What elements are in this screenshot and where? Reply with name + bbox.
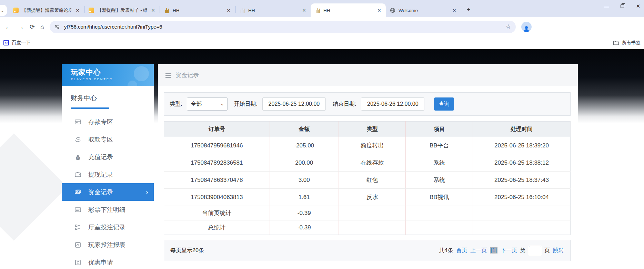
all-bookmarks-label[interactable]: 所有书签	[622, 40, 641, 46]
reload-icon[interactable]: ⟳	[30, 24, 35, 30]
type: 在线存款	[339, 154, 406, 172]
sidebar-item-hall-bets[interactable]: 厅室投注记录	[62, 218, 154, 236]
tab-hh-1[interactable]: HH ✕	[160, 3, 235, 17]
player-center-sidebar: 玩家中心 PLAYERS CENTER 财务中心 存款专区 取款专区 ¥ 充值记…	[62, 64, 154, 269]
sidebar-item-label: 厅室投注记录	[88, 223, 125, 231]
sidebar-item-withdraw[interactable]: 取款专区	[62, 131, 154, 148]
tab-search-button[interactable]: ⌄	[0, 5, 7, 16]
end-date-input[interactable]	[361, 97, 424, 111]
hh-favicon	[164, 8, 170, 13]
sidebar-item-promo-apply[interactable]: 优惠申请	[62, 254, 154, 269]
page-content: 玩家中心 PLAYERS CENTER 财务中心 存款专区 取款专区 ¥ 充值记…	[0, 49, 644, 269]
address-bar[interactable]: yl756.com/hhcp/usercenter.html?iniType=6…	[50, 21, 516, 33]
sidebar-subtitle: PLAYERS CENTER	[71, 77, 154, 81]
stats-amount: -0.39	[270, 220, 339, 235]
next-page-link[interactable]: 下一页	[501, 247, 517, 254]
amount: 3.00	[270, 172, 339, 189]
sidebar-header: 玩家中心 PLAYERS CENTER	[62, 64, 154, 86]
type-select[interactable]: 全部 ⌄	[187, 97, 228, 111]
fund-records-table: 订单号 金额 类型 项目 处理时间 1750847959681946 -205.…	[164, 121, 571, 235]
section-underline	[71, 108, 154, 108]
tab-title: HH	[248, 8, 298, 13]
type-label: 类型:	[170, 101, 182, 108]
tab-close-icon[interactable]: ✕	[301, 7, 307, 13]
site-settings-icon[interactable]	[54, 24, 60, 30]
tab-forum-1[interactable]: 【新提醒】海燕策略论坛综 ✕	[9, 3, 84, 17]
amount: 200.00	[270, 154, 339, 172]
pagination-bar: 每页显示20条 共4条 首页 上一页 [1] 下一页 第 页 跳转	[164, 240, 571, 261]
start-date-input[interactable]	[262, 97, 326, 111]
prev-page-link[interactable]: 上一页	[470, 247, 487, 254]
back-icon[interactable]: ←	[5, 23, 12, 30]
folder-icon	[613, 40, 619, 45]
tab-close-icon[interactable]: ✕	[150, 7, 156, 13]
table-row: 1750847959681946 -205.00 额度转出 BB平台 2025-…	[164, 137, 571, 154]
sidebar-item-label: 取款专区	[88, 135, 113, 144]
tab-title: HH	[173, 8, 222, 13]
tab-close-icon[interactable]: ✕	[451, 7, 457, 13]
tab-hh-active[interactable]: HH ✕	[311, 3, 386, 17]
process-time: 2025-06-25 18:38:12	[473, 154, 571, 172]
maximize-button[interactable]	[614, 0, 630, 12]
total-stats-row: 总统计 -0.39	[164, 220, 571, 235]
first-page-link[interactable]: 首页	[456, 247, 467, 254]
type-select-value: 全部	[191, 101, 202, 108]
sidebar-item-label: 充值记录	[88, 153, 113, 161]
page-title: 资金记录	[175, 71, 199, 79]
hh-favicon	[315, 8, 320, 13]
table-row: 1750847863370478 3.00 红包 系统 2025-06-25 1…	[164, 172, 571, 189]
order-no: 1750839004063813	[164, 189, 270, 206]
order-no: 1750847959681946	[164, 137, 270, 154]
process-time: 2025-06-25 18:39:20	[473, 137, 571, 154]
bookmarks-bar: 百度一下 所有书签	[0, 36, 644, 49]
bookmark-star-icon[interactable]: ☆	[506, 23, 511, 30]
sidebar-item-label: 资金记录	[88, 188, 113, 196]
sidebar-item-bet-report[interactable]: 玩家投注报表	[62, 236, 154, 254]
filter-bar: 类型: 全部 ⌄ 开始日期: 结束日期: 查询	[164, 92, 571, 116]
forward-icon[interactable]: →	[17, 23, 24, 30]
stats-amount: -0.39	[270, 206, 339, 220]
tab-title: 【新提醒】海燕策略论坛综	[22, 7, 71, 13]
end-date-label: 结束日期:	[333, 101, 356, 108]
tab-title: 【新提醒】发表帖子 - 综合	[97, 7, 147, 13]
minimize-button[interactable]: —	[598, 0, 614, 12]
hh-favicon	[240, 8, 245, 13]
tab-title: HH	[323, 8, 373, 13]
hamburger-icon	[165, 73, 171, 78]
chevron-down-icon: ⌄	[220, 102, 224, 106]
sidebar-menu: 存款专区 取款专区 ¥ 充值记录 提现记录 资金记录 › 彩票下注明细	[62, 113, 154, 269]
query-button[interactable]: 查询	[434, 97, 454, 111]
table-row: 1750839004063813 1.61 反水 BB视讯 2025-06-25…	[164, 189, 571, 206]
tab-close-icon[interactable]: ✕	[376, 7, 382, 13]
column-header: 金额	[270, 122, 339, 137]
type: 额度转出	[339, 137, 406, 154]
sidebar-item-deposit[interactable]: 存款专区	[62, 113, 154, 131]
bookmark-baidu[interactable]: 百度一下	[12, 40, 30, 46]
sidebar-item-fund-records[interactable]: 资金记录 ›	[62, 183, 154, 201]
globe-icon	[390, 8, 395, 13]
tab-hh-2[interactable]: HH ✕	[235, 3, 311, 17]
sidebar-item-recharge-records[interactable]: ¥ 充值记录	[62, 148, 154, 166]
tab-close-icon[interactable]: ✕	[74, 7, 81, 13]
url-text[interactable]: yl756.com/hhcp/usercenter.html?iniType=6	[64, 24, 502, 30]
close-window-button[interactable]: ✕	[630, 0, 644, 12]
jump-prefix-label: 第	[520, 247, 526, 254]
jump-link[interactable]: 跳转	[553, 247, 564, 254]
tab-forum-2[interactable]: 【新提醒】发表帖子 - 综合 ✕	[84, 3, 160, 17]
new-tab-button[interactable]: +	[464, 5, 473, 14]
project: 系统	[406, 154, 473, 172]
restore-icon	[621, 4, 624, 8]
deposit-card-icon	[74, 118, 82, 126]
tab-close-icon[interactable]: ✕	[225, 7, 232, 13]
bookmarks-divider	[610, 39, 610, 46]
page-number-input[interactable]	[529, 246, 541, 255]
window-controls: — ✕	[598, 0, 644, 12]
sidebar-item-label: 优惠申请	[88, 258, 113, 267]
home-icon[interactable]: ⌂	[40, 24, 44, 30]
profile-avatar[interactable]	[521, 22, 532, 32]
sidebar-item-lottery-bets[interactable]: 彩票下注明细	[62, 201, 154, 218]
sidebar-item-withdraw-records[interactable]: 提现记录	[62, 166, 154, 183]
current-page-badge: [1]	[490, 247, 497, 254]
sidebar-item-label: 提现记录	[88, 170, 113, 179]
tab-welcome[interactable]: Welcome ✕	[386, 3, 461, 17]
